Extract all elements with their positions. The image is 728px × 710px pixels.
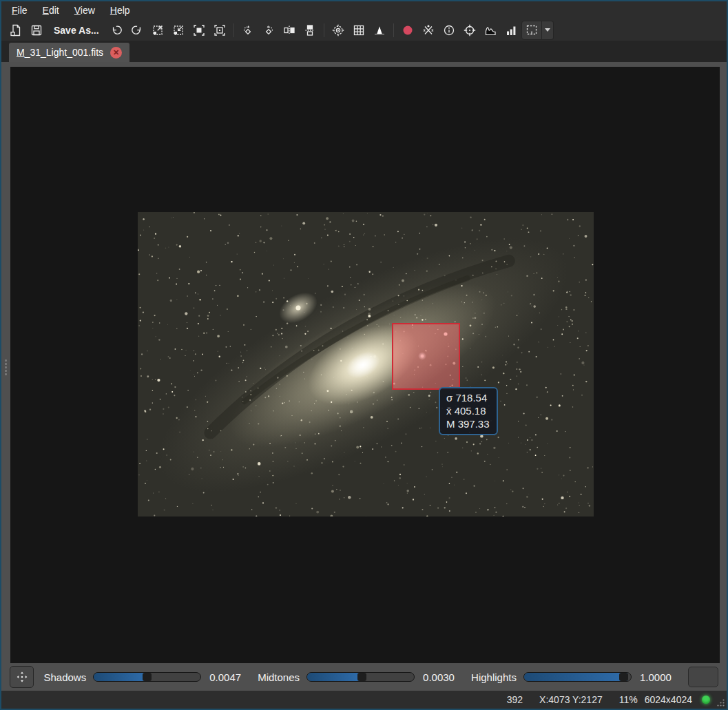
grid-overlay-icon bbox=[352, 23, 366, 37]
histogram-transformation-icon bbox=[483, 23, 497, 37]
highlights-label: Highlights bbox=[471, 671, 517, 683]
astrometry-annotate-button[interactable] bbox=[418, 21, 439, 40]
rotate-right-button[interactable] bbox=[238, 21, 258, 40]
mirror-vertical-button[interactable] bbox=[300, 21, 320, 40]
status-cursor-coords: X:4073 Y:2127 bbox=[539, 694, 603, 705]
center-crosshair-icon bbox=[463, 23, 477, 37]
image-information-icon bbox=[442, 23, 456, 37]
menu-view[interactable]: View bbox=[67, 3, 103, 17]
status-count: 392 bbox=[507, 694, 523, 705]
psf-peak-button[interactable] bbox=[369, 21, 390, 40]
background-samples-button[interactable] bbox=[397, 21, 418, 40]
tab-image[interactable]: M_31_Light_001.fits ✕ bbox=[9, 43, 129, 62]
menu-file[interactable]: File bbox=[4, 3, 35, 17]
psf-peak-icon bbox=[373, 23, 386, 37]
selection-mode-icon bbox=[524, 23, 539, 37]
stat-mean: x̄ 405.18 bbox=[446, 404, 490, 417]
status-led-icon bbox=[702, 696, 710, 704]
actual-size-button[interactable] bbox=[209, 21, 230, 40]
siril-window: File Edit View Help Save As... bbox=[0, 0, 728, 710]
save-button[interactable] bbox=[26, 21, 47, 40]
center-crosshair-button[interactable] bbox=[459, 21, 480, 40]
midtones-label: Midtones bbox=[258, 671, 300, 683]
toolbar: Save As... bbox=[1, 19, 727, 41]
main-display-frame: σ 718.54 x̄ 405.18 M 397.33 bbox=[1, 62, 727, 663]
toolbar-separator bbox=[324, 23, 324, 37]
menu-bar: File Edit View Help bbox=[1, 1, 727, 19]
zoom-out-icon bbox=[171, 23, 185, 37]
toolbar-separator bbox=[233, 23, 234, 37]
actual-size-icon bbox=[213, 23, 227, 37]
pan-move-icon bbox=[15, 670, 29, 684]
stretch-bar: Shadows 0.0047 Midtones 0.0030 Highlight… bbox=[1, 663, 727, 691]
shadows-slider-handle[interactable] bbox=[143, 673, 152, 681]
andromeda-galaxy-image bbox=[138, 212, 594, 516]
tab-close-button[interactable]: ✕ bbox=[110, 47, 122, 59]
midtones-slider-handle[interactable] bbox=[357, 673, 366, 681]
zoom-in-icon bbox=[151, 23, 165, 37]
rotate-left-button[interactable] bbox=[258, 21, 279, 40]
save-icon bbox=[30, 23, 43, 37]
statistics-icon bbox=[504, 23, 518, 37]
open-image-button[interactable] bbox=[6, 21, 26, 40]
photometry-icon bbox=[331, 23, 345, 37]
stat-median: M 397.33 bbox=[446, 417, 490, 430]
histogram-transformation-button[interactable] bbox=[480, 21, 501, 40]
undo-button[interactable] bbox=[106, 21, 127, 40]
mirror-vertical-icon bbox=[303, 23, 317, 37]
status-zoom-level: 11% bbox=[619, 694, 638, 705]
menu-edit[interactable]: Edit bbox=[35, 3, 67, 17]
selection-mode-dropdown-button[interactable] bbox=[542, 21, 554, 40]
tab-label: M_31_Light_001.fits bbox=[17, 47, 103, 58]
astrometry-annotate-icon bbox=[422, 23, 435, 37]
display-mode-button[interactable] bbox=[688, 667, 718, 687]
save-as-button[interactable]: Save As... bbox=[47, 21, 106, 40]
selection-mode-button[interactable] bbox=[521, 21, 542, 40]
redo-icon bbox=[130, 23, 144, 37]
grid-overlay-button[interactable] bbox=[349, 21, 369, 40]
background-samples-icon bbox=[401, 23, 415, 37]
midtones-slider[interactable] bbox=[306, 672, 415, 682]
highlights-slider[interactable] bbox=[523, 672, 632, 682]
mirror-horizontal-button[interactable] bbox=[279, 21, 300, 40]
redo-button[interactable] bbox=[127, 21, 147, 40]
menu-help[interactable]: Help bbox=[103, 3, 138, 17]
undo-icon bbox=[110, 23, 123, 37]
resize-grip[interactable] bbox=[716, 698, 725, 707]
statistics-button[interactable] bbox=[501, 21, 521, 40]
mirror-horizontal-icon bbox=[282, 23, 296, 37]
selection-rectangle[interactable] bbox=[392, 323, 460, 390]
zoom-out-button[interactable] bbox=[168, 21, 189, 40]
shadows-slider[interactable] bbox=[93, 672, 201, 682]
stat-sigma: σ 718.54 bbox=[446, 391, 490, 404]
pan-mode-button[interactable] bbox=[10, 666, 34, 688]
highlights-slider-handle[interactable] bbox=[619, 673, 628, 681]
status-bar: 392 X:4073 Y:2127 11% 6024x4024 bbox=[1, 691, 727, 709]
midtones-value: 0.0030 bbox=[423, 671, 459, 683]
zoom-in-button[interactable] bbox=[147, 21, 168, 40]
highlights-value: 1.0000 bbox=[640, 671, 676, 683]
rotate-right-icon bbox=[241, 23, 255, 37]
shadows-label: Shadows bbox=[43, 671, 86, 683]
tab-bar: M_31_Light_001.fits ✕ bbox=[1, 41, 727, 62]
astro-image[interactable]: σ 718.54 x̄ 405.18 M 397.33 bbox=[138, 212, 594, 516]
fit-to-window-button[interactable] bbox=[189, 21, 209, 40]
selection-stats-tooltip: σ 718.54 x̄ 405.18 M 397.33 bbox=[439, 387, 498, 435]
image-information-button[interactable] bbox=[439, 21, 459, 40]
photometry-button[interactable] bbox=[328, 21, 349, 40]
shadows-value: 0.0047 bbox=[209, 671, 245, 683]
rotate-left-icon bbox=[262, 23, 275, 37]
image-canvas[interactable]: σ 718.54 x̄ 405.18 M 397.33 bbox=[10, 67, 720, 663]
toolbar-separator bbox=[393, 23, 394, 37]
fit-to-window-icon bbox=[192, 23, 206, 37]
chevron-down-icon bbox=[545, 28, 550, 32]
open-image-icon bbox=[9, 23, 23, 37]
status-image-dimensions: 6024x4024 bbox=[645, 694, 692, 705]
pane-splitter-handle[interactable] bbox=[3, 359, 8, 375]
